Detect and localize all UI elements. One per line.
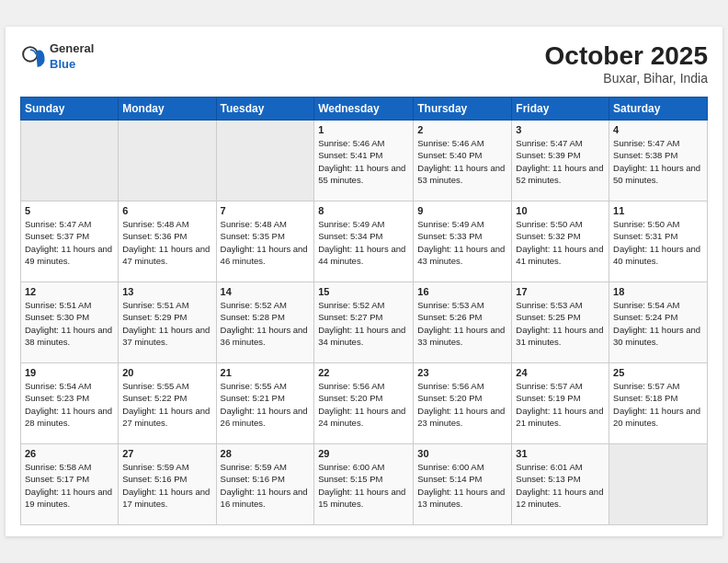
day-info: Sunrise: 5:50 AMSunset: 5:32 PMDaylight:… bbox=[516, 218, 605, 267]
calendar-cell: 5 Sunrise: 5:47 AMSunset: 5:37 PMDayligh… bbox=[21, 201, 119, 282]
day-number: 27 bbox=[122, 448, 211, 459]
calendar-cell: 2 Sunrise: 5:46 AMSunset: 5:40 PMDayligh… bbox=[414, 121, 512, 201]
calendar-cell: 18 Sunrise: 5:54 AMSunset: 5:24 PMDaylig… bbox=[609, 282, 708, 363]
logo-blue: Blue bbox=[50, 57, 94, 73]
weekday-header-friday: Friday bbox=[512, 98, 609, 121]
day-number: 14 bbox=[221, 286, 311, 297]
day-info: Sunrise: 6:00 AMSunset: 5:14 PMDaylight:… bbox=[417, 461, 507, 510]
day-number: 3 bbox=[516, 124, 605, 135]
calendar-cell: 13 Sunrise: 5:51 AMSunset: 5:29 PMDaylig… bbox=[119, 282, 216, 363]
day-number: 31 bbox=[516, 448, 605, 459]
day-number: 12 bbox=[25, 286, 114, 297]
calendar-cell: 11 Sunrise: 5:50 AMSunset: 5:31 PMDaylig… bbox=[609, 201, 708, 282]
calendar-cell: 9 Sunrise: 5:49 AMSunset: 5:33 PMDayligh… bbox=[414, 201, 512, 282]
day-number: 18 bbox=[613, 286, 703, 297]
day-number: 1 bbox=[318, 124, 409, 135]
day-number: 9 bbox=[417, 205, 507, 216]
calendar-cell: 4 Sunrise: 5:47 AMSunset: 5:38 PMDayligh… bbox=[609, 121, 708, 201]
day-number: 13 bbox=[122, 286, 211, 297]
day-number: 8 bbox=[318, 205, 409, 216]
day-number: 15 bbox=[318, 286, 409, 297]
calendar-cell: 28 Sunrise: 5:59 AMSunset: 5:16 PMDaylig… bbox=[216, 444, 314, 525]
weekday-header-sunday: Sunday bbox=[21, 98, 119, 121]
day-number: 28 bbox=[221, 448, 311, 459]
day-info: Sunrise: 6:01 AMSunset: 5:13 PMDaylight:… bbox=[516, 461, 605, 510]
day-info: Sunrise: 5:56 AMSunset: 5:20 PMDaylight:… bbox=[318, 380, 409, 429]
day-info: Sunrise: 5:55 AMSunset: 5:22 PMDaylight:… bbox=[122, 380, 211, 429]
day-number: 22 bbox=[318, 367, 409, 378]
day-info: Sunrise: 5:59 AMSunset: 5:16 PMDaylight:… bbox=[221, 461, 311, 510]
day-info: Sunrise: 6:00 AMSunset: 5:15 PMDaylight:… bbox=[318, 461, 409, 510]
calendar-cell: 6 Sunrise: 5:48 AMSunset: 5:36 PMDayligh… bbox=[119, 201, 216, 282]
day-number: 16 bbox=[417, 286, 507, 297]
day-number: 11 bbox=[613, 205, 703, 216]
day-info: Sunrise: 5:56 AMSunset: 5:20 PMDaylight:… bbox=[417, 380, 507, 429]
title-block: October 2025 Buxar, Bihar, India bbox=[545, 41, 708, 86]
calendar-cell: 26 Sunrise: 5:58 AMSunset: 5:17 PMDaylig… bbox=[21, 444, 119, 525]
calendar-container: General Blue October 2025 Buxar, Bihar, … bbox=[6, 27, 722, 536]
weekday-header-tuesday: Tuesday bbox=[216, 98, 314, 121]
calendar-cell: 22 Sunrise: 5:56 AMSunset: 5:20 PMDaylig… bbox=[314, 363, 414, 444]
calendar-table: SundayMondayTuesdayWednesdayThursdayFrid… bbox=[20, 97, 708, 525]
calendar-cell: 27 Sunrise: 5:59 AMSunset: 5:16 PMDaylig… bbox=[119, 444, 216, 525]
calendar-cell: 3 Sunrise: 5:47 AMSunset: 5:39 PMDayligh… bbox=[512, 121, 609, 201]
location: Buxar, Bihar, India bbox=[545, 71, 708, 86]
day-info: Sunrise: 5:59 AMSunset: 5:16 PMDaylight:… bbox=[122, 461, 211, 510]
day-info: Sunrise: 5:53 AMSunset: 5:25 PMDaylight:… bbox=[516, 299, 605, 348]
calendar-cell: 15 Sunrise: 5:52 AMSunset: 5:27 PMDaylig… bbox=[314, 282, 414, 363]
calendar-cell: 29 Sunrise: 6:00 AMSunset: 5:15 PMDaylig… bbox=[314, 444, 414, 525]
calendar-cell: 31 Sunrise: 6:01 AMSunset: 5:13 PMDaylig… bbox=[512, 444, 609, 525]
day-info: Sunrise: 5:54 AMSunset: 5:24 PMDaylight:… bbox=[613, 299, 703, 348]
day-info: Sunrise: 5:47 AMSunset: 5:37 PMDaylight:… bbox=[25, 218, 114, 267]
day-number: 19 bbox=[25, 367, 114, 378]
calendar-cell bbox=[609, 444, 708, 525]
calendar-cell bbox=[21, 121, 119, 201]
day-info: Sunrise: 5:46 AMSunset: 5:41 PMDaylight:… bbox=[318, 137, 409, 186]
day-info: Sunrise: 5:51 AMSunset: 5:29 PMDaylight:… bbox=[122, 299, 211, 348]
day-number: 7 bbox=[221, 205, 311, 216]
day-number: 25 bbox=[613, 367, 703, 378]
calendar-cell: 19 Sunrise: 5:54 AMSunset: 5:23 PMDaylig… bbox=[21, 363, 119, 444]
logo-icon bbox=[20, 44, 46, 70]
weekday-header-wednesday: Wednesday bbox=[314, 98, 414, 121]
weekday-header-saturday: Saturday bbox=[609, 98, 708, 121]
day-info: Sunrise: 5:55 AMSunset: 5:21 PMDaylight:… bbox=[221, 380, 311, 429]
calendar-cell: 16 Sunrise: 5:53 AMSunset: 5:26 PMDaylig… bbox=[414, 282, 512, 363]
calendar-cell: 20 Sunrise: 5:55 AMSunset: 5:22 PMDaylig… bbox=[119, 363, 216, 444]
day-info: Sunrise: 5:49 AMSunset: 5:33 PMDaylight:… bbox=[417, 218, 507, 267]
month-title: October 2025 bbox=[545, 41, 708, 71]
weekday-header-thursday: Thursday bbox=[414, 98, 512, 121]
day-number: 21 bbox=[221, 367, 311, 378]
calendar-cell bbox=[119, 121, 216, 201]
day-info: Sunrise: 5:57 AMSunset: 5:18 PMDaylight:… bbox=[613, 380, 703, 429]
logo: General Blue bbox=[20, 41, 94, 73]
calendar-cell: 7 Sunrise: 5:48 AMSunset: 5:35 PMDayligh… bbox=[216, 201, 314, 282]
calendar-cell: 23 Sunrise: 5:56 AMSunset: 5:20 PMDaylig… bbox=[414, 363, 512, 444]
day-info: Sunrise: 5:46 AMSunset: 5:40 PMDaylight:… bbox=[417, 137, 507, 186]
day-number: 5 bbox=[25, 205, 114, 216]
calendar-cell: 25 Sunrise: 5:57 AMSunset: 5:18 PMDaylig… bbox=[609, 363, 708, 444]
calendar-cell: 1 Sunrise: 5:46 AMSunset: 5:41 PMDayligh… bbox=[314, 121, 414, 201]
day-info: Sunrise: 5:49 AMSunset: 5:34 PMDaylight:… bbox=[318, 218, 409, 267]
day-number: 20 bbox=[122, 367, 211, 378]
weekday-header-monday: Monday bbox=[119, 98, 216, 121]
day-info: Sunrise: 5:47 AMSunset: 5:38 PMDaylight:… bbox=[613, 137, 703, 186]
day-info: Sunrise: 5:47 AMSunset: 5:39 PMDaylight:… bbox=[516, 137, 605, 186]
day-info: Sunrise: 5:52 AMSunset: 5:28 PMDaylight:… bbox=[221, 299, 311, 348]
calendar-cell: 10 Sunrise: 5:50 AMSunset: 5:32 PMDaylig… bbox=[512, 201, 609, 282]
calendar-cell: 14 Sunrise: 5:52 AMSunset: 5:28 PMDaylig… bbox=[216, 282, 314, 363]
day-info: Sunrise: 5:52 AMSunset: 5:27 PMDaylight:… bbox=[318, 299, 409, 348]
day-info: Sunrise: 5:48 AMSunset: 5:35 PMDaylight:… bbox=[221, 218, 311, 267]
logo-general: General bbox=[50, 41, 94, 57]
day-number: 24 bbox=[516, 367, 605, 378]
calendar-cell: 17 Sunrise: 5:53 AMSunset: 5:25 PMDaylig… bbox=[512, 282, 609, 363]
day-info: Sunrise: 5:53 AMSunset: 5:26 PMDaylight:… bbox=[417, 299, 507, 348]
calendar-cell: 21 Sunrise: 5:55 AMSunset: 5:21 PMDaylig… bbox=[216, 363, 314, 444]
calendar-cell: 8 Sunrise: 5:49 AMSunset: 5:34 PMDayligh… bbox=[314, 201, 414, 282]
day-number: 4 bbox=[613, 124, 703, 135]
day-number: 30 bbox=[417, 448, 507, 459]
day-info: Sunrise: 5:48 AMSunset: 5:36 PMDaylight:… bbox=[122, 218, 211, 267]
day-number: 26 bbox=[25, 448, 114, 459]
day-number: 10 bbox=[516, 205, 605, 216]
calendar-header: General Blue October 2025 Buxar, Bihar, … bbox=[20, 41, 708, 86]
